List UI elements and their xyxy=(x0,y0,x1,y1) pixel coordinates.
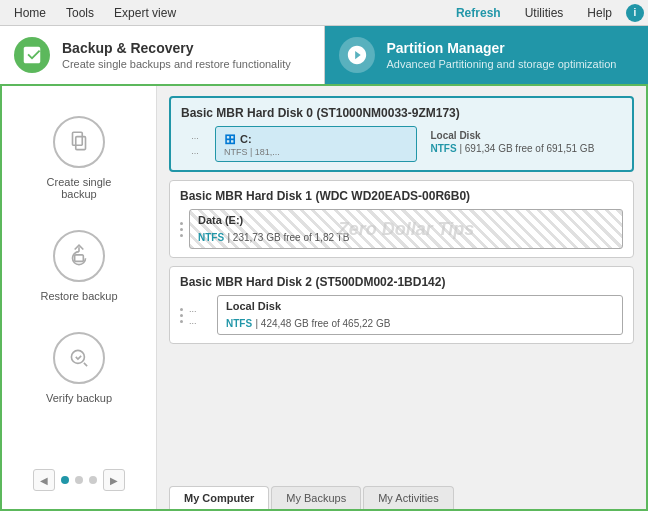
backup-icon xyxy=(14,37,50,73)
partition-icon xyxy=(339,37,375,73)
dot xyxy=(180,228,183,231)
partition-e-detail: NTFS | 231,73 GB free of 1,82 TB xyxy=(198,230,614,244)
nav-dot-1 xyxy=(75,476,83,484)
create-backup-label: Create single backup xyxy=(29,176,129,200)
disk-0-part-c[interactable]: ⊞ C: NTFS | 181,... xyxy=(215,126,417,162)
create-backup-icon xyxy=(53,116,105,168)
disk-1-title: Basic MBR Hard Disk 1 (WDC WD20EADS-00R6… xyxy=(180,189,623,203)
nav-next-button[interactable]: ▶ xyxy=(103,469,125,491)
sidebar-item-verify-backup[interactable]: Verify backup xyxy=(19,322,139,414)
main-content: Create single backup Restore backup Ve xyxy=(0,84,648,511)
partition-e-label: Data (E:) xyxy=(198,214,614,226)
menu-tools[interactable]: Tools xyxy=(56,2,104,24)
svg-rect-1 xyxy=(76,137,86,150)
disks-container: Basic MBR Hard Disk 0 (ST1000NM0033-9ZM1… xyxy=(169,96,634,509)
dot xyxy=(180,314,183,317)
disk-1[interactable]: Basic MBR Hard Disk 1 (WDC WD20EADS-00R6… xyxy=(169,180,634,258)
partition-c-label2: ⊞ C: xyxy=(224,131,408,147)
svg-rect-0 xyxy=(73,132,83,145)
menu-bar: Home Tools Expert view Refresh Utilities… xyxy=(0,0,648,26)
dot xyxy=(180,222,183,225)
disk-0-left-indicator: ...... xyxy=(181,126,209,162)
backup-text-group: Backup & Recovery Create single backups … xyxy=(62,40,291,70)
menu-help[interactable]: Help xyxy=(577,2,622,24)
disks-list: Basic MBR Hard Disk 0 (ST1000NM0033-9ZM1… xyxy=(169,96,634,486)
menu-utilities[interactable]: Utilities xyxy=(515,2,574,24)
tab-my-computer[interactable]: My Computer xyxy=(169,486,269,509)
sidebar-nav: ◀ ▶ xyxy=(33,469,125,499)
nav-dot-2 xyxy=(89,476,97,484)
svg-point-3 xyxy=(71,350,84,363)
disk-1-dots xyxy=(180,209,183,249)
partition-text-group: Partition Manager Advanced Partitioning … xyxy=(387,40,617,70)
menu-refresh[interactable]: Refresh xyxy=(446,2,511,24)
dot xyxy=(180,234,183,237)
verify-backup-icon xyxy=(53,332,105,384)
partition-subtitle: Advanced Partitioning and storage optimi… xyxy=(387,58,617,70)
restore-backup-label: Restore backup xyxy=(40,290,117,302)
disk-2-partition-local[interactable]: Local Disk NTFS | 424,48 GB free of 465,… xyxy=(217,295,623,335)
dot xyxy=(180,308,183,311)
partition-manager-header[interactable]: Partition Manager Advanced Partitioning … xyxy=(325,26,649,84)
partition-title: Partition Manager xyxy=(387,40,617,56)
sidebar: Create single backup Restore backup Ve xyxy=(2,86,157,509)
disk-2[interactable]: Basic MBR Hard Disk 2 (ST500DM002-1BD142… xyxy=(169,266,634,344)
win-icon: ⊞ xyxy=(224,131,236,147)
restore-backup-icon xyxy=(53,230,105,282)
disk-1-partitions: Data (E:) Zero Dollar Tips NTFS | 231,73… xyxy=(180,209,623,249)
sidebar-item-restore-backup[interactable]: Restore backup xyxy=(19,220,139,312)
tabs-bar: My Computer My Backups My Activities xyxy=(169,486,634,509)
disk-0-info: Local Disk NTFS | 691,34 GB free of 691,… xyxy=(423,126,623,162)
disk-0-title: Basic MBR Hard Disk 0 (ST1000NM0033-9ZM1… xyxy=(181,106,622,120)
menu-expert-view[interactable]: Expert view xyxy=(104,2,186,24)
right-panel: Basic MBR Hard Disk 0 (ST1000NM0033-9ZM1… xyxy=(157,86,646,509)
header-banner: Backup & Recovery Create single backups … xyxy=(0,26,648,84)
disk-1-partition-e[interactable]: Data (E:) Zero Dollar Tips NTFS | 231,73… xyxy=(189,209,623,249)
disk-2-partitions: ... ... Local Disk NTFS | 424,48 GB free… xyxy=(180,295,623,335)
disk-0-partitions: ...... ⊞ C: NTFS | 181,... Local Disk NT… xyxy=(181,126,622,162)
disk-2-dots xyxy=(180,295,183,335)
partition-local-detail: NTFS | 424,48 GB free of 465,22 GB xyxy=(226,316,614,330)
nav-dot-active xyxy=(61,476,69,484)
nav-prev-button[interactable]: ◀ xyxy=(33,469,55,491)
disk-2-title: Basic MBR Hard Disk 2 (ST500DM002-1BD142… xyxy=(180,275,623,289)
svg-rect-2 xyxy=(75,255,84,261)
info-icon[interactable]: i xyxy=(626,4,644,22)
partition-local-label: Local Disk xyxy=(226,300,614,312)
disk-0[interactable]: Basic MBR Hard Disk 0 (ST1000NM0033-9ZM1… xyxy=(169,96,634,172)
backup-title: Backup & Recovery xyxy=(62,40,291,56)
menu-home[interactable]: Home xyxy=(4,2,56,24)
backup-subtitle: Create single backups and restore functi… xyxy=(62,58,291,70)
sidebar-item-create-backup[interactable]: Create single backup xyxy=(19,106,139,210)
backup-recovery-header[interactable]: Backup & Recovery Create single backups … xyxy=(0,26,325,84)
tab-my-activities[interactable]: My Activities xyxy=(363,486,454,509)
dot xyxy=(180,320,183,323)
verify-backup-label: Verify backup xyxy=(46,392,112,404)
tab-my-backups[interactable]: My Backups xyxy=(271,486,361,509)
